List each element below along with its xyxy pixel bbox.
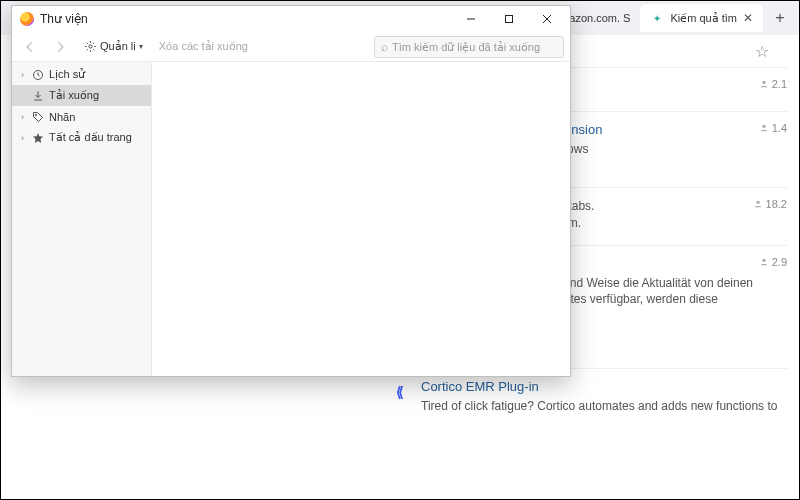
- svg-point-8: [89, 45, 92, 48]
- manage-menu[interactable]: Quản li ▾: [78, 37, 149, 56]
- maximize-button[interactable]: [490, 7, 528, 31]
- tab-label: Kiếm quả tìm: [670, 12, 737, 25]
- svg-point-3: [762, 258, 765, 261]
- svg-point-1: [762, 125, 765, 128]
- user-count: 18.2: [753, 198, 787, 210]
- toolbar-hint: Xóa các tải xuống: [159, 40, 248, 53]
- back-button[interactable]: [18, 36, 42, 58]
- result-title: Cortico EMR Plug-in: [421, 379, 787, 394]
- library-window: Thư viện Quản li ▾ Xóa các tải xuống ⌕ ›…: [11, 5, 571, 377]
- sidebar-item-label: Nhãn: [49, 111, 75, 123]
- clock-icon: [31, 68, 45, 82]
- users-icon: [759, 123, 769, 133]
- tab-close-icon[interactable]: ✕: [743, 11, 753, 25]
- user-count: 1.4: [759, 122, 787, 134]
- sidebar-item-label: Tất cả dấu trang: [49, 131, 132, 144]
- gear-icon: [84, 40, 97, 53]
- bookmark-star-icon[interactable]: ☆: [755, 42, 769, 61]
- window-title: Thư viện: [40, 12, 88, 26]
- users-icon: [753, 199, 763, 209]
- svg-rect-5: [506, 16, 513, 23]
- firefox-icon: [20, 12, 34, 26]
- new-tab-button[interactable]: +: [767, 5, 793, 31]
- expand-icon[interactable]: ›: [18, 133, 27, 143]
- favicon-active: ✦: [650, 11, 664, 25]
- sidebar-item-label: Tải xuống: [49, 89, 99, 102]
- window-controls: [452, 7, 566, 31]
- expand-icon[interactable]: ›: [18, 112, 27, 122]
- manage-label: Quản li: [100, 40, 136, 53]
- user-count: 2.9: [759, 256, 787, 268]
- search-box[interactable]: ⌕: [374, 36, 564, 58]
- close-button[interactable]: [528, 7, 566, 31]
- users-icon: [759, 79, 769, 89]
- svg-point-0: [762, 81, 765, 84]
- sidebar-item-bookmarks[interactable]: › Tất cả dấu trang: [12, 127, 151, 148]
- minimize-button[interactable]: [452, 7, 490, 31]
- window-titlebar[interactable]: Thư viện: [12, 6, 570, 32]
- svg-point-10: [35, 114, 37, 116]
- chevron-down-icon: ▾: [139, 42, 143, 51]
- tag-icon: [31, 110, 45, 124]
- user-count: 2.1: [759, 78, 787, 90]
- svg-point-2: [756, 201, 759, 204]
- sidebar-item-downloads[interactable]: Tải xuống: [12, 85, 151, 106]
- sidebar-item-history[interactable]: › Lịch sử: [12, 64, 151, 85]
- result-desc-line: Tired of click fatigue? Cortico automate…: [421, 398, 787, 414]
- search-icon: ⌕: [381, 40, 388, 54]
- sidebar-item-tags[interactable]: › Nhãn: [12, 106, 151, 127]
- library-toolbar: Quản li ▾ Xóa các tải xuống ⌕: [12, 32, 570, 62]
- browser-tab-active[interactable]: ✦ Kiếm quả tìm ✕: [640, 4, 763, 32]
- library-content: [152, 62, 570, 376]
- users-icon: [759, 257, 769, 267]
- expand-icon[interactable]: ›: [18, 70, 27, 80]
- library-sidebar: › Lịch sử Tải xuống › Nhãn › Tất cả dấu …: [12, 62, 152, 376]
- result-icon: ⟪: [389, 381, 411, 403]
- star-icon: [31, 131, 45, 145]
- sidebar-item-label: Lịch sử: [49, 68, 85, 81]
- forward-button[interactable]: [48, 36, 72, 58]
- search-input[interactable]: [392, 41, 557, 53]
- download-icon: [31, 89, 45, 103]
